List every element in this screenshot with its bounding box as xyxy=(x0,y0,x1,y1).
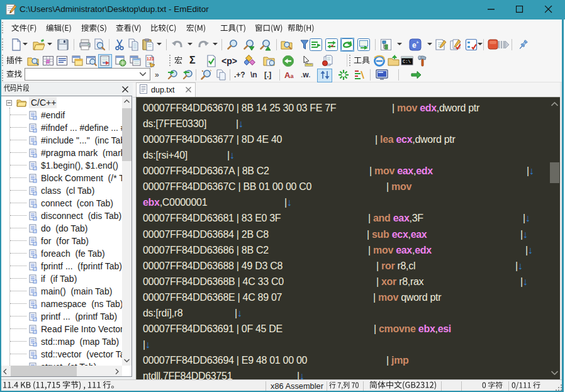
svg-text:123: 123 xyxy=(147,57,154,61)
svg-text:e: e xyxy=(412,41,417,50)
svg-text:x: x xyxy=(331,43,334,48)
svg-text:C:\: C:\ xyxy=(403,59,411,64)
svg-text:#: # xyxy=(46,58,50,65)
